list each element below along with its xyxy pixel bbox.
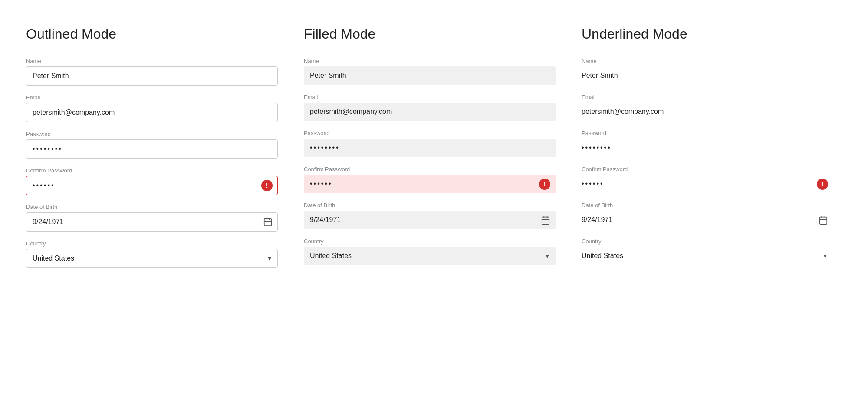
select-wrapper-outlined-country: United StatesCanadaUnited KingdomAustral… bbox=[26, 249, 278, 268]
input-filled-name[interactable] bbox=[304, 66, 556, 85]
input-wrapper-outlined-dob bbox=[26, 212, 278, 232]
field-label-underlined-dob: Date of Birth bbox=[582, 202, 833, 208]
input-outlined-dob[interactable] bbox=[26, 212, 278, 232]
input-wrapper-underlined-password bbox=[582, 139, 833, 157]
column-filled: Filled ModeNameEmailPasswordConfirm Pass… bbox=[295, 17, 573, 285]
field-group-underlined-name: Name bbox=[582, 58, 833, 85]
calendar-svg bbox=[541, 215, 550, 225]
input-wrapper-underlined-email bbox=[582, 103, 833, 121]
input-filled-confirm-password[interactable] bbox=[304, 175, 556, 193]
svg-rect-8 bbox=[820, 217, 827, 224]
field-label-underlined-email: Email bbox=[582, 94, 833, 100]
input-outlined-email[interactable] bbox=[26, 103, 278, 122]
input-filled-dob[interactable] bbox=[304, 211, 556, 229]
select-outlined-country[interactable]: United StatesCanadaUnited KingdomAustral… bbox=[26, 249, 278, 268]
field-label-outlined-dob: Date of Birth bbox=[26, 204, 278, 210]
input-wrapper-underlined-confirm-password: ! bbox=[582, 175, 833, 193]
input-wrapper-filled-email bbox=[304, 103, 556, 121]
calendar-icon-outlined-dob[interactable] bbox=[263, 217, 273, 227]
field-group-outlined-dob: Date of Birth bbox=[26, 204, 278, 232]
svg-rect-0 bbox=[264, 219, 272, 226]
field-group-underlined-dob: Date of Birth bbox=[582, 202, 833, 229]
field-group-outlined-country: CountryUnited StatesCanadaUnited Kingdom… bbox=[26, 240, 278, 268]
field-group-outlined-password: Password bbox=[26, 131, 278, 159]
column-title-outlined: Outlined Mode bbox=[26, 26, 278, 42]
error-icon-outlined-confirm-password: ! bbox=[261, 180, 273, 191]
field-label-outlined-password: Password bbox=[26, 131, 278, 137]
field-group-outlined-email: Email bbox=[26, 94, 278, 122]
field-group-filled-email: Email bbox=[304, 94, 556, 121]
field-label-outlined-name: Name bbox=[26, 58, 278, 64]
input-wrapper-outlined-confirm-password: ! bbox=[26, 176, 278, 195]
field-label-filled-name: Name bbox=[304, 58, 556, 64]
field-label-filled-email: Email bbox=[304, 94, 556, 100]
select-underlined-country[interactable]: United StatesCanadaUnited KingdomAustral… bbox=[582, 247, 833, 265]
input-wrapper-underlined-name bbox=[582, 66, 833, 85]
field-group-outlined-confirm-password: Confirm Password! bbox=[26, 167, 278, 195]
field-label-filled-dob: Date of Birth bbox=[304, 202, 556, 208]
input-underlined-password[interactable] bbox=[582, 139, 833, 157]
column-outlined: Outlined ModeNameEmailPasswordConfirm Pa… bbox=[17, 17, 295, 285]
field-group-filled-dob: Date of Birth bbox=[304, 202, 556, 229]
page-container: Outlined ModeNameEmailPasswordConfirm Pa… bbox=[17, 17, 851, 285]
input-underlined-confirm-password[interactable] bbox=[582, 175, 833, 193]
error-icon-filled-confirm-password: ! bbox=[539, 179, 550, 190]
field-group-filled-password: Password bbox=[304, 130, 556, 157]
field-group-underlined-email: Email bbox=[582, 94, 833, 121]
field-group-outlined-name: Name bbox=[26, 58, 278, 86]
calendar-icon-underlined-dob[interactable] bbox=[819, 215, 828, 225]
input-wrapper-outlined-password bbox=[26, 139, 278, 159]
field-group-filled-name: Name bbox=[304, 58, 556, 85]
field-group-filled-confirm-password: Confirm Password! bbox=[304, 166, 556, 193]
input-wrapper-filled-password bbox=[304, 139, 556, 157]
field-label-outlined-email: Email bbox=[26, 94, 278, 101]
input-outlined-name[interactable] bbox=[26, 66, 278, 86]
calendar-svg bbox=[819, 215, 828, 225]
field-group-underlined-password: Password bbox=[582, 130, 833, 157]
input-filled-password[interactable] bbox=[304, 139, 556, 157]
field-label-underlined-country: Country bbox=[582, 238, 833, 245]
input-outlined-password[interactable] bbox=[26, 139, 278, 159]
input-underlined-email[interactable] bbox=[582, 103, 833, 121]
select-filled-country[interactable]: United StatesCanadaUnited KingdomAustral… bbox=[304, 247, 556, 265]
field-group-filled-country: CountryUnited StatesCanadaUnited Kingdom… bbox=[304, 238, 556, 265]
field-group-underlined-country: CountryUnited StatesCanadaUnited Kingdom… bbox=[582, 238, 833, 265]
field-label-underlined-confirm-password: Confirm Password bbox=[582, 166, 833, 172]
input-wrapper-outlined-email bbox=[26, 103, 278, 122]
svg-rect-4 bbox=[542, 217, 549, 224]
field-label-outlined-country: Country bbox=[26, 240, 278, 247]
column-title-underlined: Underlined Mode bbox=[582, 26, 833, 42]
select-wrapper-underlined-country: United StatesCanadaUnited KingdomAustral… bbox=[582, 247, 833, 265]
field-label-outlined-confirm-password: Confirm Password bbox=[26, 167, 278, 174]
error-icon-underlined-confirm-password: ! bbox=[817, 179, 828, 190]
input-wrapper-filled-dob bbox=[304, 211, 556, 229]
calendar-icon-filled-dob[interactable] bbox=[541, 215, 550, 225]
input-underlined-name[interactable] bbox=[582, 66, 833, 85]
input-wrapper-filled-confirm-password: ! bbox=[304, 175, 556, 193]
error-circle-underlined-confirm-password: ! bbox=[817, 179, 828, 190]
input-wrapper-underlined-dob bbox=[582, 211, 833, 229]
error-circle-filled-confirm-password: ! bbox=[539, 179, 550, 190]
input-underlined-dob[interactable] bbox=[582, 211, 833, 229]
input-outlined-confirm-password[interactable] bbox=[26, 176, 278, 195]
field-label-filled-password: Password bbox=[304, 130, 556, 136]
calendar-svg bbox=[263, 217, 273, 227]
input-filled-email[interactable] bbox=[304, 103, 556, 121]
column-title-filled: Filled Mode bbox=[304, 26, 556, 42]
select-wrapper-filled-country: United StatesCanadaUnited KingdomAustral… bbox=[304, 247, 556, 265]
field-label-underlined-name: Name bbox=[582, 58, 833, 64]
error-circle-outlined-confirm-password: ! bbox=[261, 180, 273, 191]
field-label-filled-confirm-password: Confirm Password bbox=[304, 166, 556, 172]
input-wrapper-outlined-name bbox=[26, 66, 278, 86]
field-label-filled-country: Country bbox=[304, 238, 556, 245]
input-wrapper-filled-name bbox=[304, 66, 556, 85]
column-underlined: Underlined ModeNameEmailPasswordConfirm … bbox=[573, 17, 851, 285]
field-group-underlined-confirm-password: Confirm Password! bbox=[582, 166, 833, 193]
field-label-underlined-password: Password bbox=[582, 130, 833, 136]
